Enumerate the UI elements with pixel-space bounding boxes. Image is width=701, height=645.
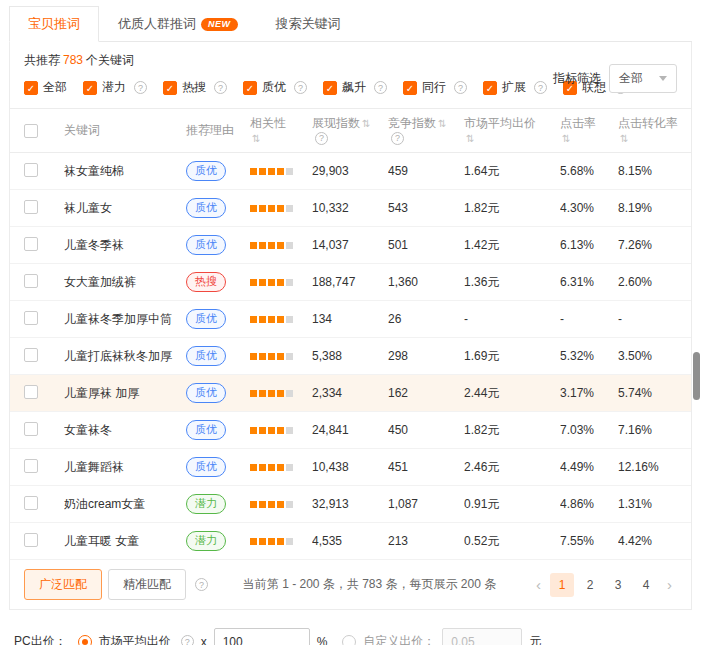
tab-audience-recommend[interactable]: 优质人群推词 NEW (99, 6, 257, 41)
next-page-icon[interactable]: › (662, 576, 677, 593)
col-impressions: 展现指数 (312, 117, 360, 130)
relevance-bar (268, 501, 275, 508)
table-row[interactable]: 儿童舞蹈袜 质优 10,438 451 2.46元 4.49% 12.16% (10, 449, 691, 486)
sort-icon[interactable]: ⇅ (438, 117, 446, 130)
ctr-cell: 4.30% (560, 201, 618, 215)
table-row[interactable]: 女童袜冬 质优 24,841 450 1.82元 7.03% 7.16% (10, 412, 691, 449)
row-checkbox[interactable] (24, 459, 38, 473)
relevance-bars (250, 279, 293, 286)
competition-cell: 1,087 (388, 497, 464, 511)
row-checkbox[interactable] (24, 311, 38, 325)
custom-bid-input[interactable] (442, 628, 522, 645)
info-icon[interactable]: ? (181, 635, 194, 645)
checkbox-checked-icon[interactable]: ✓ (24, 81, 38, 95)
checkbox-checked-icon[interactable]: ✓ (483, 81, 497, 95)
page-number-button[interactable]: 1 (550, 573, 574, 597)
row-checkbox[interactable] (24, 200, 38, 214)
filter-checkbox-item[interactable]: ✓ 质优 ? (243, 79, 307, 96)
filter-checkbox-item[interactable]: ✓ 扩展 ? (483, 79, 547, 96)
sort-icon[interactable]: ⇅ (620, 132, 628, 145)
sort-icon[interactable]: ⇅ (562, 132, 570, 145)
info-icon[interactable]: ? (195, 578, 208, 591)
multiplier-input[interactable] (214, 628, 310, 645)
table-row[interactable]: 女大童加绒裤 热搜 188,747 1,360 1.36元 6.31% 2.60… (10, 264, 691, 301)
relevance-bar (259, 427, 266, 434)
row-checkbox[interactable] (24, 274, 38, 288)
keyword-cell: 儿童舞蹈袜 (64, 459, 186, 476)
sort-icon[interactable]: ⇅ (466, 132, 474, 145)
info-icon[interactable]: ? (294, 81, 307, 94)
table-row[interactable]: 奶油cream女童 潜力 32,913 1,087 0.91元 4.86% 1.… (10, 486, 691, 523)
filter-checkbox-item[interactable]: ✓ 潜力 ? (83, 79, 147, 96)
row-checkbox[interactable] (24, 163, 38, 177)
filter-checkbox-item[interactable]: ✓ 热搜 ? (163, 79, 227, 96)
checkbox-checked-icon[interactable]: ✓ (243, 81, 257, 95)
cvr-cell: 5.74% (618, 386, 691, 400)
page-number-button[interactable]: 4 (634, 573, 658, 597)
relevance-bar (259, 538, 266, 545)
info-icon[interactable]: ? (214, 81, 227, 94)
table-row[interactable]: 袜女童纯棉 质优 29,903 459 1.64元 5.68% 8.15% (10, 153, 691, 190)
ctr-cell: 7.55% (560, 534, 618, 548)
table-row[interactable]: 儿童冬季袜 质优 14,037 501 1.42元 6.13% 7.26% (10, 227, 691, 264)
table-footer: 广泛匹配 精准匹配 ? 当前第 1 - 200 条，共 783 条，每页展示 2… (10, 560, 691, 609)
radio-selected-icon[interactable] (78, 635, 92, 645)
checkbox-checked-icon[interactable]: ✓ (403, 81, 417, 95)
filter-checkbox-item[interactable]: ✓ 同行 ? (403, 79, 467, 96)
row-checkbox[interactable] (24, 237, 38, 251)
info-icon[interactable]: ? (454, 81, 467, 94)
relevance-bars (250, 538, 293, 545)
filter-checkbox-item[interactable]: ✓ 全部 (24, 79, 67, 96)
broad-match-button[interactable]: 广泛匹配 (24, 569, 102, 600)
row-checkbox[interactable] (24, 385, 38, 399)
row-checkbox[interactable] (24, 533, 38, 547)
reason-badge: 潜力 (186, 531, 226, 551)
checkbox-checked-icon[interactable]: ✓ (83, 81, 97, 95)
checkbox-checked-icon[interactable]: ✓ (323, 81, 337, 95)
tab-search-keywords[interactable]: 搜索关键词 (257, 6, 360, 41)
info-icon[interactable]: ? (534, 81, 547, 94)
relevance-bar (277, 353, 284, 360)
sort-icon[interactable]: ⇅ (362, 117, 370, 130)
info-icon[interactable]: ? (315, 132, 328, 145)
scrollbar-thumb[interactable] (693, 352, 700, 400)
checkbox-checked-icon[interactable]: ✓ (163, 81, 177, 95)
ctr-cell: 5.68% (560, 164, 618, 178)
row-checkbox[interactable] (24, 422, 38, 436)
relevance-bar (268, 427, 275, 434)
relevance-bar (277, 205, 284, 212)
relevance-bar (250, 538, 257, 545)
keyword-cell: 女童袜冬 (64, 422, 186, 439)
info-icon[interactable]: ? (374, 81, 387, 94)
row-checkbox[interactable] (24, 496, 38, 510)
tab-item-recommend[interactable]: 宝贝推词 (9, 6, 99, 42)
exact-match-button[interactable]: 精准匹配 (108, 569, 186, 600)
page-number-button[interactable]: 3 (606, 573, 630, 597)
filter-checkbox-item[interactable]: ✓ 飙升 ? (323, 79, 387, 96)
relevance-bar (259, 353, 266, 360)
table-row[interactable]: 儿童打底袜秋冬加厚 质优 5,388 298 1.69元 5.32% 3.50% (10, 338, 691, 375)
relevance-bars (250, 242, 293, 249)
sort-icon[interactable]: ⇅ (252, 132, 260, 145)
select-all-checkbox[interactable] (24, 124, 38, 138)
yuan-unit: 元 (529, 633, 541, 645)
price-cell: 2.44元 (464, 385, 560, 402)
row-checkbox[interactable] (24, 348, 38, 362)
col-keyword: 关键词 (64, 124, 100, 137)
percent-sign: % (317, 635, 328, 645)
page-number-button[interactable]: 2 (578, 573, 602, 597)
info-icon[interactable]: ? (391, 132, 404, 145)
info-icon[interactable]: ? (134, 81, 147, 94)
table-row[interactable]: 儿童厚袜 加厚 质优 2,334 162 2.44元 3.17% 5.74% (10, 375, 691, 412)
radio-unselected-icon[interactable] (342, 635, 356, 645)
prev-page-icon[interactable]: ‹ (531, 576, 546, 593)
table-row[interactable]: 儿童袜冬季加厚中筒 质优 134 26 - - - (10, 301, 691, 338)
metric-filter-select[interactable]: 全部 (609, 64, 677, 93)
relevance-bar (277, 279, 284, 286)
table-row[interactable]: 儿童耳暖 女童 潜力 4,535 213 0.52元 7.55% 4.42% (10, 523, 691, 560)
relevance-bar (259, 464, 266, 471)
filter-label: 潜力 (102, 79, 126, 96)
table-row[interactable]: 袜儿童女 质优 10,332 543 1.82元 4.30% 8.19% (10, 190, 691, 227)
relevance-bar (286, 242, 293, 249)
relevance-bar (250, 427, 257, 434)
